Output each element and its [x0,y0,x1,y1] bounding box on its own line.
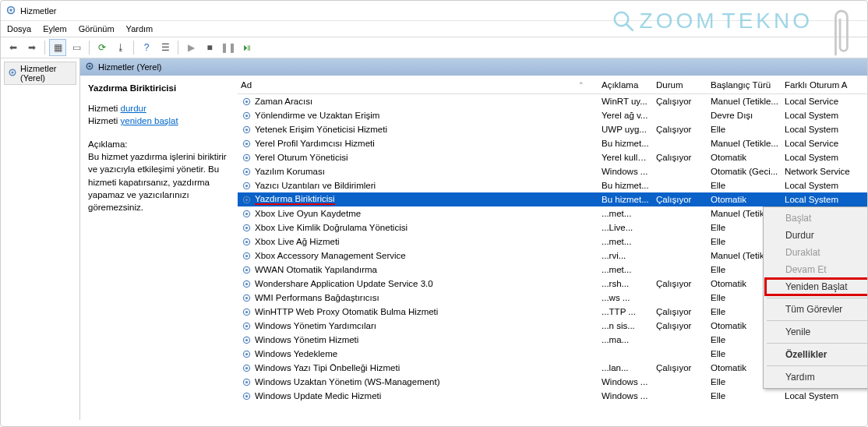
service-logon-cell: Local System [782,125,867,134]
service-name-cell: Xbox Live Kimlik Doğrulama Yöneticisi [255,223,408,232]
start-service-button[interactable]: ▶ [182,39,199,56]
table-row[interactable]: Yetenek Erişim Yöneticisi HizmetiUWP uyg… [238,122,867,136]
table-row[interactable]: Zaman AracısıWinRT uy...ÇalışıyorManuel … [238,94,867,108]
service-logon-cell: Local System [782,111,867,120]
svg-point-29 [245,240,247,242]
service-desc-cell: ...met... [598,265,653,274]
gear-icon [241,264,252,275]
help-button[interactable]: ? [138,39,155,56]
col-name[interactable]: Ad⌃ [238,80,598,90]
col-status[interactable]: Durum [653,80,707,90]
service-name-cell: Windows Yedekleme [255,349,337,358]
svg-point-51 [245,394,247,397]
restart-service-line: Hizmeti yeniden başlat [88,115,230,127]
svg-point-43 [245,338,247,341]
menu-view[interactable]: Görünüm [79,24,115,34]
service-desc-cell: ...ws ... [598,293,653,302]
forward-button[interactable]: ➡ [23,39,41,56]
service-status-cell: Çalışıyor [653,279,707,288]
service-desc-cell: Bu hizmet... [598,139,653,148]
gear-icon [8,68,17,79]
col-description[interactable]: Açıklama [598,80,653,90]
restart-service-button[interactable]: ⏯ [238,39,256,56]
gear-icon [241,278,252,289]
service-desc-cell: Bu hizmet... [598,195,653,204]
tab-label: Hizmetler (Yerel) [98,62,162,72]
service-desc-cell: ...met... [598,209,653,218]
service-name-cell: Xbox Live Ağ Hizmeti [255,237,340,246]
stop-service-button[interactable]: ■ [201,39,218,56]
service-startup-cell: Manuel (Tetikle... [707,139,782,148]
gear-icon [241,376,252,387]
table-row[interactable]: Yazıcı Uzantıları ve BildirimleriBu hizm… [238,178,867,192]
service-logon-cell: Local System [782,195,867,204]
service-desc-cell: UWP uyg... [598,125,653,134]
svg-point-27 [245,226,247,228]
gear-icon [241,194,252,205]
stop-service-link[interactable]: durdur [121,104,146,113]
service-desc-cell: Windows ... [598,377,653,386]
refresh-button[interactable]: ⟳ [94,39,111,56]
service-desc-cell: ...rsh... [598,279,653,288]
window-title: Hizmetler [20,6,56,16]
ctx-stop[interactable]: Durdur [765,227,867,244]
properties-button[interactable]: ☰ [157,39,174,56]
paperclip-icon [830,2,852,63]
export-list-button[interactable]: ▭ [68,39,85,56]
svg-point-19 [245,170,247,172]
col-startup[interactable]: Başlangıç Türü [707,80,782,90]
service-startup-cell: Otomatik [707,153,782,162]
svg-point-49 [245,380,247,383]
table-row[interactable]: Yerel Oturum YöneticisiYerel kulla...Çal… [238,150,867,164]
svg-point-15 [245,142,247,144]
gear-icon [241,390,252,401]
svg-point-31 [245,254,247,256]
show-hide-tree-button[interactable]: ▦ [49,39,66,56]
tab-header: Hizmetler (Yerel) [80,58,867,76]
restart-service-link[interactable]: yeniden başlat [121,116,178,125]
gear-icon [85,62,94,72]
table-row[interactable]: Windows Update Medic HizmetiWindows ...E… [238,389,867,403]
service-name-cell: Yerel Oturum Yöneticisi [255,153,348,162]
service-startup-cell: Elle [707,181,782,190]
tree-root-item[interactable]: Hizmetler (Yerel) [4,62,76,85]
ctx-refresh[interactable]: Yenile [765,323,867,341]
service-desc-cell: ...ma... [598,335,653,344]
table-row[interactable]: Yönlendirme ve Uzaktan ErişimYerel ağ v.… [238,108,867,122]
ctx-properties[interactable]: Özellikler [765,346,867,363]
service-desc-cell: ...lan... [598,363,653,372]
gear-icon [241,180,252,191]
menu-file[interactable]: Dosya [7,24,31,34]
gear-icon [241,152,252,163]
service-startup-cell: Elle [707,125,782,134]
menu-action[interactable]: Eylem [43,24,67,34]
ctx-resume: Devam Et [765,261,867,278]
pause-service-button[interactable]: ❚❚ [220,39,237,56]
ctx-pause: Duraklat [765,244,867,261]
magnifier-icon [612,9,635,33]
service-status-cell: Çalışıyor [653,321,707,330]
selected-service-name: Yazdırma Biriktiricisi [88,82,230,94]
service-logon-cell: Local Service [782,139,867,148]
back-button[interactable]: ⬅ [5,39,22,56]
gear-icon [241,110,252,121]
table-row[interactable]: Yazılım KorumasıWindows ...Otomatik (Gec… [238,164,867,178]
table-row[interactable]: Yazdırma BiriktiricisiBu hizmet...Çalışı… [238,192,867,206]
service-logon-cell: Network Service [782,167,867,176]
gear-icon [241,96,252,107]
ctx-all-tasks[interactable]: Tüm Görevler▸ [765,301,867,318]
col-logon[interactable]: Farklı Oturum A [782,80,867,90]
svg-line-1 [626,24,633,31]
toolbar: ⬅ ➡ ▦ ▭ ⟳ ⭳ ? ☰ ▶ ■ ❚❚ ⏯ [1,37,867,58]
service-desc-cell: ...TTP ... [598,307,653,316]
menu-help[interactable]: Yardım [126,24,153,34]
table-row[interactable]: Yerel Profil Yardımcısı HizmetiBu hizmet… [238,136,867,150]
ctx-help[interactable]: Yardım [765,369,867,386]
ctx-restart[interactable]: Yeniden Başlat [765,278,867,295]
service-name-cell: Yerel Profil Yardımcısı Hizmeti [255,139,375,148]
gear-icon [241,124,252,135]
export-button[interactable]: ⭳ [112,39,129,56]
svg-point-3 [9,9,12,12]
svg-point-35 [245,282,247,284]
watermark-logo: ZOOM TEKNO [612,9,813,34]
